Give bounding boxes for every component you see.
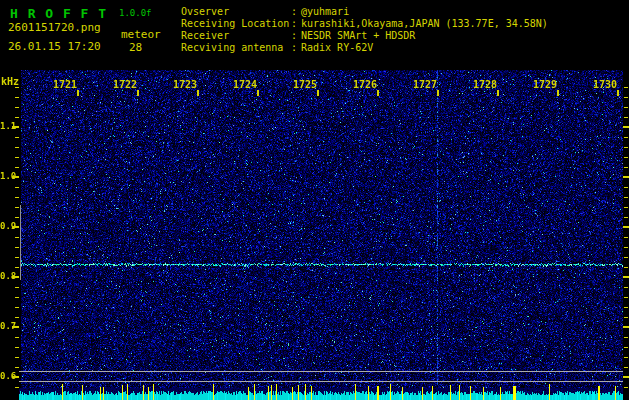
info-separator: : [291, 18, 301, 30]
info-separator: : [291, 42, 301, 54]
header-bar: H R O F F T 1.0.0f 2601151720.png meteor… [0, 0, 629, 62]
info-value: NESDR SMArt + HDSDR [301, 30, 415, 41]
info-label: Receiver [181, 30, 291, 42]
station-info-block: Ovserver:@yuhmari Receiving Location:kur… [181, 6, 548, 54]
info-line-receiver: Receiver:NESDR SMArt + HDSDR [181, 30, 548, 42]
frame-datetime: 26.01.15 17:20 [8, 40, 101, 53]
hrofft-window: { "header": { "app_title": "H R O F F T"… [0, 0, 629, 400]
info-line-observer: Ovserver:@yuhmari [181, 6, 548, 18]
output-filename: 2601151720.png [8, 21, 101, 34]
info-line-antenna: Recviving antenna:Radix RY-62V [181, 42, 548, 54]
meteor-count: 28 [129, 41, 142, 54]
app-version: 1.0.0f [119, 8, 152, 18]
info-label: Recviving antenna [181, 42, 291, 54]
frequency-axis-unit: kHz [1, 76, 19, 87]
info-value: @yuhmari [301, 6, 349, 17]
info-label: Receiving Location [181, 18, 291, 30]
info-label: Ovserver [181, 6, 291, 18]
info-separator: : [291, 6, 301, 18]
info-value: kurashiki,Okayama,JAPAN (133.77E, 34.58N… [301, 18, 548, 29]
info-line-location: Receiving Location:kurashiki,Okayama,JAP… [181, 18, 548, 30]
info-value: Radix RY-62V [301, 42, 373, 53]
app-title: H R O F F T [10, 6, 107, 21]
info-separator: : [291, 30, 301, 42]
mode-label: meteor [121, 28, 161, 41]
